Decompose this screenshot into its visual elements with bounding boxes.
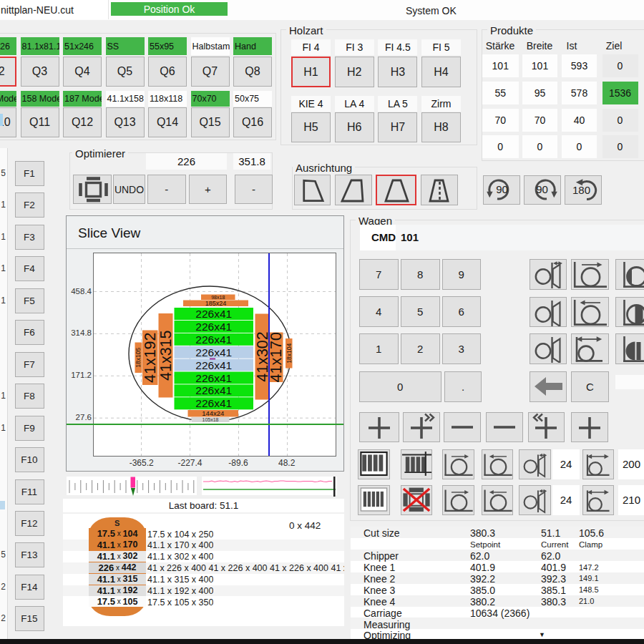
svg-text:226x41: 226x41	[195, 333, 232, 346]
svg-text:41x192: 41x192	[142, 332, 159, 383]
svg-text:144x24: 144x24	[202, 409, 224, 417]
svg-text:41x315: 41x315	[157, 330, 175, 381]
svg-text:226x41: 226x41	[195, 372, 232, 384]
svg-text:90: 90	[496, 183, 508, 195]
svg-text:226x41: 226x41	[195, 308, 232, 320]
svg-text:180: 180	[572, 184, 590, 196]
svg-text:90: 90	[536, 183, 548, 195]
svg-text:226x41: 226x41	[195, 384, 232, 396]
svg-text:41x170: 41x170	[268, 332, 285, 383]
svg-text:226x41: 226x41	[195, 397, 232, 409]
svg-text:18x105: 18x105	[135, 348, 142, 368]
svg-text:226x41: 226x41	[195, 359, 232, 371]
svg-text:185x24: 185x24	[205, 300, 227, 307]
svg-text:226x41: 226x41	[195, 321, 232, 333]
svg-text:105x18: 105x18	[203, 417, 219, 422]
svg-text:226x41: 226x41	[195, 346, 232, 358]
svg-text:98x18: 98x18	[211, 295, 225, 300]
svg-text:18x104: 18x104	[286, 343, 293, 364]
